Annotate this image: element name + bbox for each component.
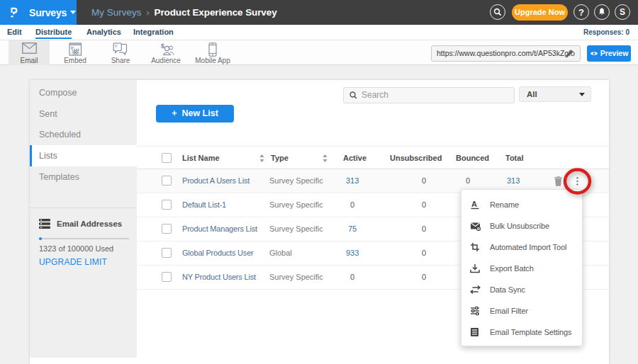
svg-text:A: A — [471, 200, 477, 208]
svg-text:$: $ — [161, 42, 164, 50]
